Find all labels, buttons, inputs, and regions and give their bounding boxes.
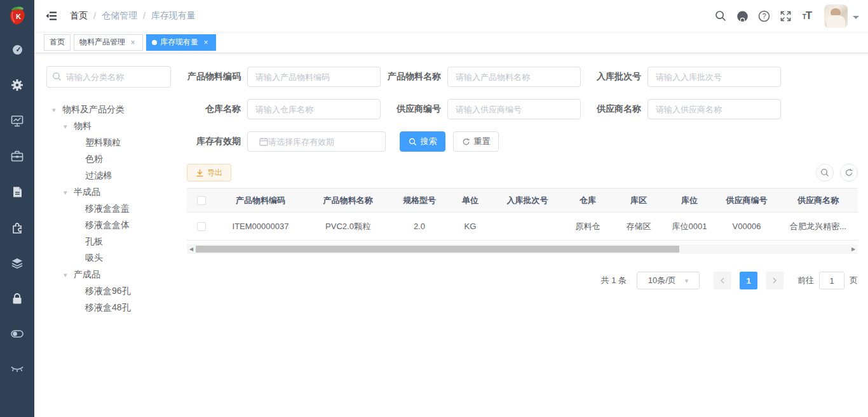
close-icon[interactable]: × bbox=[128, 38, 137, 47]
user-avatar[interactable] bbox=[824, 4, 848, 28]
table-cell: 存储区 bbox=[613, 213, 664, 241]
fullscreen-button[interactable] bbox=[775, 0, 796, 32]
sidebar-item-toggle[interactable] bbox=[0, 316, 34, 352]
chevron-left-icon bbox=[719, 277, 726, 284]
select-all-checkbox[interactable] bbox=[197, 196, 206, 205]
supplier-code-input[interactable] bbox=[447, 99, 581, 119]
tree-node[interactable]: 移液盒96孔 bbox=[46, 283, 187, 300]
tree-node[interactable]: 吸头 bbox=[46, 250, 187, 267]
tree-node[interactable]: ▾半成品 bbox=[46, 184, 187, 201]
prev-page-button[interactable] bbox=[714, 272, 731, 289]
inbound-batch-no-input[interactable] bbox=[648, 67, 781, 87]
refresh-icon bbox=[844, 168, 853, 177]
scroll-right-arrow[interactable]: ▶ bbox=[849, 244, 858, 254]
category-tree: ▾物料及产品分类▾物料塑料颗粒色粉过滤棉▾半成品移液盒盒盖移液盒盒体孔板吸头▾产… bbox=[46, 102, 187, 316]
sidebar-item-dashboard[interactable] bbox=[0, 32, 34, 67]
sidebar-item-monitor-chart[interactable] bbox=[0, 103, 34, 138]
chevron-down-icon: ▾ bbox=[685, 277, 689, 285]
monitor-chart-icon bbox=[11, 115, 24, 127]
tree-node[interactable]: ▾物料 bbox=[46, 118, 187, 135]
tree-node[interactable]: ▾产成品 bbox=[46, 267, 187, 283]
scroll-left-arrow[interactable]: ◀ bbox=[187, 244, 196, 254]
product-material-name-field: 产品物料名称 bbox=[387, 67, 581, 87]
page-unit-label: 页 bbox=[850, 275, 858, 286]
sidebar-item-toolbox[interactable] bbox=[0, 138, 34, 174]
column-header-入库批次号: 入库批次号 bbox=[492, 189, 562, 213]
supplier-name-field: 供应商名称 bbox=[587, 99, 781, 119]
caret-down-icon[interactable]: ▾ bbox=[52, 106, 62, 114]
product-material-name-input[interactable] bbox=[447, 67, 581, 87]
app-logo[interactable]: K bbox=[0, 0, 34, 32]
layers-icon bbox=[11, 257, 24, 269]
tree-node[interactable]: 移液盒48孔 bbox=[46, 300, 187, 316]
caret-down-icon[interactable]: ▾ bbox=[64, 271, 74, 279]
breadcrumb-item[interactable]: 库存现有量 bbox=[151, 10, 196, 22]
refresh-button[interactable] bbox=[840, 164, 858, 182]
column-header-规格型号: 规格型号 bbox=[391, 189, 448, 213]
toggle-search-button[interactable] bbox=[816, 164, 834, 182]
tree-node[interactable]: ▾物料及产品分类 bbox=[46, 102, 187, 118]
search-button[interactable]: 搜索 bbox=[400, 131, 445, 152]
scrollbar-thumb[interactable] bbox=[196, 246, 679, 253]
sidebar-item-layers[interactable] bbox=[0, 245, 34, 281]
next-page-button[interactable] bbox=[766, 272, 783, 289]
active-tab-dot bbox=[152, 40, 157, 45]
font-size-button[interactable]: TT bbox=[796, 0, 818, 32]
reset-button-label: 重置 bbox=[474, 136, 491, 147]
inventory-table: 产品物料编码产品物料名称规格型号单位入库批次号仓库库区库位供应商编号供应商名称 … bbox=[187, 188, 858, 241]
breadcrumb-item[interactable]: 仓储管理 bbox=[102, 10, 137, 22]
goto-page-input[interactable] bbox=[819, 272, 844, 289]
page-number-button[interactable]: 1 bbox=[740, 272, 757, 289]
tree-node[interactable]: 移液盒盒体 bbox=[46, 217, 187, 234]
plugin-icon bbox=[11, 222, 24, 234]
supplier-name-label: 供应商名称 bbox=[587, 103, 648, 115]
category-search-input[interactable] bbox=[46, 66, 171, 88]
supplier-name-input[interactable] bbox=[648, 99, 781, 119]
export-button-label: 导出 bbox=[207, 168, 222, 178]
tree-node[interactable]: 移液盒盒盖 bbox=[46, 201, 187, 217]
row-checkbox[interactable] bbox=[197, 222, 206, 231]
tree-node[interactable]: 过滤棉 bbox=[46, 168, 187, 184]
caret-down-icon[interactable]: ▾ bbox=[64, 189, 74, 197]
calendar-icon bbox=[259, 137, 268, 149]
lock-icon bbox=[11, 293, 23, 305]
close-icon[interactable]: × bbox=[201, 38, 210, 47]
sidebar-item-settings[interactable] bbox=[0, 67, 34, 103]
sidebar-item-eye-closed[interactable] bbox=[0, 352, 34, 387]
question-button[interactable]: ? bbox=[753, 0, 775, 32]
export-button[interactable]: 导出 bbox=[187, 164, 231, 182]
warehouse-name-input[interactable] bbox=[247, 99, 381, 119]
page-size-select[interactable]: 10条/页 ▾ bbox=[637, 272, 700, 289]
download-icon bbox=[196, 169, 204, 177]
tab-label: 库存现有量 bbox=[160, 37, 198, 48]
tab-首页[interactable]: 首页 bbox=[44, 34, 71, 51]
caret-down-icon[interactable]: ▾ bbox=[64, 122, 74, 131]
tree-node[interactable]: 孔板 bbox=[46, 234, 187, 250]
search-button[interactable] bbox=[710, 0, 731, 32]
hamburger-icon bbox=[45, 10, 58, 22]
tab-库存现有量[interactable]: 库存现有量× bbox=[146, 34, 216, 51]
breadcrumb-item[interactable]: 首页 bbox=[70, 10, 88, 22]
column-header-产品物料编码: 产品物料编码 bbox=[216, 189, 305, 213]
pagination-total: 共 1 条 bbox=[601, 275, 627, 286]
svg-text:K: K bbox=[16, 13, 21, 20]
tree-node-label: 移液盒48孔 bbox=[85, 302, 131, 314]
sidebar-item-plugin[interactable] bbox=[0, 209, 34, 245]
tree-node[interactable]: 色粉 bbox=[46, 151, 187, 168]
stock-expiry-date-field: 库存有效期 bbox=[187, 131, 386, 152]
chevron-down-icon[interactable] bbox=[853, 16, 859, 22]
sidebar-collapse-button[interactable] bbox=[44, 9, 58, 23]
column-header-仓库: 仓库 bbox=[562, 189, 613, 213]
tab-物料产品管理[interactable]: 物料产品管理× bbox=[74, 34, 143, 51]
reset-button[interactable]: 重置 bbox=[453, 131, 499, 152]
sidebar-menu bbox=[0, 32, 34, 387]
sidebar-item-document[interactable] bbox=[0, 174, 34, 209]
tree-node[interactable]: 塑料颗粒 bbox=[46, 135, 187, 151]
github-button[interactable] bbox=[731, 0, 753, 32]
tree-search bbox=[46, 66, 171, 88]
column-header-供应商名称: 供应商名称 bbox=[778, 189, 858, 213]
sidebar-item-lock[interactable] bbox=[0, 281, 34, 316]
horizontal-scrollbar[interactable]: ◀ ▶ bbox=[187, 244, 858, 254]
product-material-code-input[interactable] bbox=[247, 67, 381, 87]
scrollbar-track[interactable] bbox=[196, 244, 849, 254]
